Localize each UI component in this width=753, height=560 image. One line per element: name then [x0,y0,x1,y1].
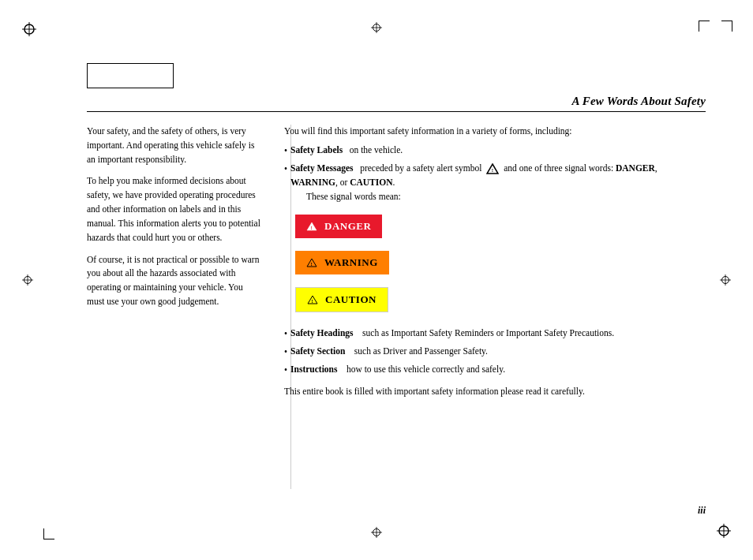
bullet-section-1: • Safety Labels on the vehicle. • Safety… [284,144,706,207]
signal-words-intro: These signal words mean: [290,190,706,204]
left-column: Your safety, and the safety of others, i… [87,125,260,404]
left-para-3: Of course, it is not practical or possib… [87,253,260,309]
right-intro: You will find this important safety info… [284,125,706,139]
bullet-safety-labels: • Safety Labels on the vehicle. [284,144,706,159]
bullet-dot-3: • [284,327,287,342]
bracket-bottom-left [43,528,54,539]
bullet-text-1: Safety Labels on the vehicle. [290,144,706,158]
left-para-1: Your safety, and the safety of others, i… [87,125,260,166]
svg-text:!: ! [492,167,493,174]
label-safety-section: Safety Section [290,346,345,356]
word-caution: CAUTION [350,177,392,187]
bullet-instructions: • Instructions how to use this vehicle c… [284,363,706,378]
badge-danger: ! DANGER [295,215,382,238]
bullet-dot-1: • [284,144,287,159]
label-safety-messages: Safety Messages [290,163,354,173]
label-safety-labels: Safety Labels [290,145,343,155]
bullet-safety-section: • Safety Section such as Driver and Pass… [284,345,706,360]
reg-mark-br [717,524,731,538]
svg-text:!: ! [312,297,314,304]
alert-symbol: ! [486,162,499,176]
svg-text:!: ! [311,224,313,230]
bullet-text-2: Safety Messages preceded by a safety ale… [290,162,706,207]
label-safety-headings: Safety Headings [290,328,354,338]
badge-warning-row: ! WARNING [295,251,706,281]
page-header: A Few Words About Safety [87,95,706,112]
danger-label: DANGER [324,218,371,234]
header-box [87,63,174,88]
reg-mark-tl [22,22,36,36]
right-column: You will find this important safety info… [284,125,706,404]
badge-danger-row: ! DANGER [295,215,706,245]
bullet-text-4: Safety Section such as Driver and Passen… [290,345,706,359]
badge-caution: ! CAUTION [295,287,388,312]
badge-caution-row: ! CAUTION [295,287,706,319]
label-instructions: Instructions [290,364,337,374]
warning-label: WARNING [324,255,378,271]
bracket-top-right-outer [721,21,732,32]
reg-mark-bottom [371,527,382,538]
content-area: Your safety, and the safety of others, i… [87,125,706,404]
reg-mark-top [371,22,382,33]
bullet-dot-2: • [284,162,287,177]
bullet-safety-messages: • Safety Messages preceded by a safety a… [284,162,706,207]
page-title: A Few Words About Safety [571,95,706,108]
bracket-top-right-inner [699,21,710,32]
bullet-dot-4: • [284,345,287,360]
caution-label: CAUTION [325,292,376,308]
word-warning: WARNING [290,177,335,187]
badge-warning: ! WARNING [295,251,389,274]
bullet-section-2: • Safety Headings such as Important Safe… [284,327,706,377]
bullet-dot-5: • [284,364,287,378]
signal-badges: ! DANGER ! WARNING ! [295,215,706,319]
reg-mark-left [22,274,33,286]
bullet-text-5: Instructions how to use this vehicle cor… [290,363,706,377]
bullet-text-3: Safety Headings such as Important Safety… [290,327,706,341]
word-danger: DANGER [616,163,655,173]
page-number: iii [698,505,706,517]
footer-text: This entire book is filled with importan… [284,385,706,399]
left-para-2: To help you make informed decisions abou… [87,174,260,245]
svg-text:!: ! [311,260,313,267]
bullet-safety-headings: • Safety Headings such as Important Safe… [284,327,706,342]
reg-mark-right [720,274,731,286]
